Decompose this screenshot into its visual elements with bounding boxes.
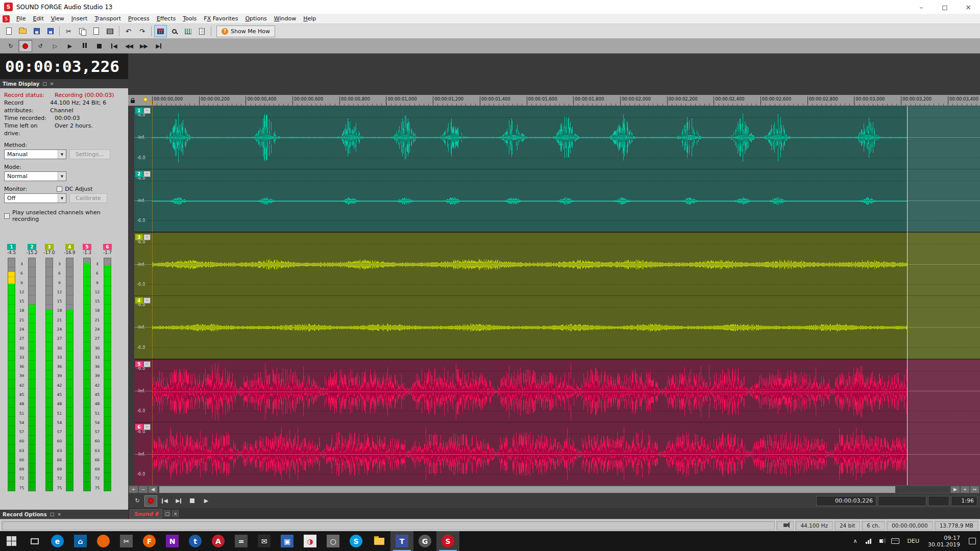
forward-button[interactable]: ▶▶ (137, 40, 151, 52)
volume-icon[interactable] (875, 531, 887, 551)
meter-channel-badge[interactable]: 3 (45, 244, 54, 250)
remote-record-button[interactable]: ↻ (131, 495, 143, 507)
audio-channel-3[interactable]: 3–-6.0-Inf.-6.0 (134, 232, 980, 295)
dc-adjust-checkbox[interactable] (57, 186, 62, 192)
selection-start-box[interactable] (878, 496, 926, 506)
go-to-end-button[interactable]: ▶ (152, 40, 165, 52)
menu-fx-favorites[interactable]: FX Favorites (200, 14, 241, 23)
restore-document-icon[interactable]: □ (164, 510, 170, 517)
go-to-start-button[interactable]: ◀ (158, 495, 171, 507)
close-panel-icon[interactable]: × (50, 81, 54, 86)
trim-icon[interactable] (104, 25, 116, 37)
loop-playback-button[interactable]: ↺ (33, 40, 47, 52)
save-as-icon[interactable] (44, 25, 57, 37)
play-all-button[interactable]: ▷ (48, 40, 62, 52)
menu-window[interactable]: Window (271, 14, 300, 23)
menu-edit[interactable]: Edit (29, 14, 47, 23)
channel-minimize-icon[interactable]: – (143, 297, 151, 304)
menu-options[interactable]: Options (241, 14, 270, 23)
scroll-left-icon[interactable]: ◀ (149, 486, 157, 493)
tray-chevron-up-icon[interactable]: ∧ (849, 531, 861, 551)
remote-record-button[interactable]: ↻ (4, 40, 17, 52)
play-button[interactable]: ▶ (200, 495, 212, 507)
channel-minimize-icon[interactable]: – (143, 234, 151, 240)
channel-minimize-icon[interactable]: – (143, 171, 151, 177)
channel-number-badge[interactable]: 1 (135, 108, 143, 114)
taskbar-task-view[interactable] (23, 531, 46, 551)
tab-sound-8[interactable]: Sound 8 (130, 509, 162, 518)
channel-number-badge[interactable]: 4 (135, 297, 143, 304)
h-resize-icon[interactable]: ↔ (970, 486, 979, 493)
stop-button[interactable] (92, 40, 106, 52)
taskbar-gimp[interactable]: G (413, 531, 436, 551)
spectrum-view-icon[interactable] (182, 25, 194, 37)
play-unselected-checkbox[interactable] (4, 213, 10, 219)
taskbar-clock[interactable]: ○ (322, 531, 345, 551)
notification-center-icon[interactable] (965, 531, 980, 551)
meter-channel-badge[interactable]: 6 (103, 244, 112, 250)
network-icon[interactable] (862, 531, 875, 551)
meter-channel-badge[interactable]: 1 (7, 244, 16, 250)
taskbar-thunderbird[interactable]: t (184, 531, 207, 551)
selection-end-box[interactable] (928, 496, 949, 506)
taskbar-teams[interactable]: T (390, 531, 413, 551)
audio-channel-4[interactable]: 4–-6.0-Inf.-6.0 (134, 295, 980, 359)
calibrate-button[interactable]: Calibrate (69, 193, 107, 203)
show-me-how-button[interactable]: ?Show Me How (216, 26, 275, 37)
audio-channel-6[interactable]: 6–-6.0-Inf.-6.0 (134, 422, 980, 485)
channel-number-badge[interactable]: 3 (135, 234, 143, 240)
language-indicator[interactable]: DEU (903, 531, 923, 551)
close-panel-icon[interactable]: × (57, 512, 61, 517)
scroll-right-icon[interactable]: ▶ (951, 486, 960, 493)
method-combobox[interactable]: Manual ▼ (4, 149, 66, 159)
stop-button[interactable] (186, 495, 199, 507)
record-button[interactable] (144, 495, 157, 507)
redo-icon[interactable]: ↷ (136, 25, 149, 37)
save-icon[interactable] (30, 25, 43, 37)
audio-channel-5[interactable]: 5–-6.0-Inf.-6.0 (134, 359, 980, 422)
menu-effects[interactable]: Effects (153, 14, 179, 23)
copy-icon[interactable] (76, 25, 89, 37)
channel-number-badge[interactable]: 6 (135, 424, 143, 430)
taskbar-start[interactable] (0, 531, 23, 551)
channel-minimize-icon[interactable]: – (143, 108, 151, 114)
meter-channel-badge[interactable]: 5 (83, 244, 91, 250)
batch-script-icon[interactable] (195, 25, 208, 37)
menu-process[interactable]: Process (125, 14, 153, 23)
settings-button[interactable]: Settings... (69, 149, 110, 159)
close-document-icon[interactable]: × (172, 510, 179, 517)
channel-number-badge[interactable]: 2 (135, 171, 143, 177)
open-file-icon[interactable] (16, 25, 29, 37)
play-button[interactable]: ▶ (63, 40, 77, 52)
monitor-combobox[interactable]: Off ▼ (4, 193, 66, 203)
close-button[interactable]: × (957, 0, 980, 14)
channel-number-badge[interactable]: 5 (135, 361, 143, 367)
record-panel-toggle-icon[interactable] (154, 25, 167, 37)
taskbar-snipping-tool[interactable]: ✂ (115, 531, 138, 551)
taskbar-save-tool[interactable]: ▣ (276, 531, 299, 551)
meter-channel-badge[interactable]: 4 (65, 244, 74, 250)
undo-icon[interactable]: ↶ (122, 25, 135, 37)
float-window-icon[interactable]: □ (42, 81, 47, 86)
taskbar-photos[interactable] (92, 531, 115, 551)
taskbar-store[interactable]: ⌂ (69, 531, 92, 551)
zoom-in-icon[interactable]: + (961, 486, 969, 493)
menu-transport[interactable]: Transport (91, 14, 125, 23)
menu-file[interactable]: File (13, 14, 29, 23)
paste-icon[interactable] (90, 25, 103, 37)
taskbar-skype[interactable]: S (345, 531, 368, 551)
rewind-button[interactable]: ◀◀ (122, 40, 136, 52)
audio-channel-2[interactable]: 2–-6.0-Inf.-6.0 (134, 169, 980, 232)
taskbar-sound-forge[interactable]: S (436, 531, 459, 551)
cut-icon[interactable]: ✂ (62, 25, 75, 37)
cursor-position-box[interactable]: 00:00:03,226 (816, 496, 876, 506)
zoom-ratio-box[interactable]: 1:96 (951, 496, 977, 506)
menu-insert[interactable]: Insert (68, 14, 91, 23)
mode-combobox[interactable]: Normal ▼ (4, 171, 66, 181)
new-file-icon[interactable] (3, 25, 15, 37)
scrollbar-thumb[interactable] (159, 486, 895, 493)
taskbar-paint[interactable]: ◑ (299, 531, 322, 551)
taskbar-itunes[interactable]: A (207, 531, 230, 551)
tray-clock[interactable]: 09:1730.01.2019 (923, 535, 965, 548)
meter-channel-badge[interactable]: 2 (28, 244, 36, 250)
